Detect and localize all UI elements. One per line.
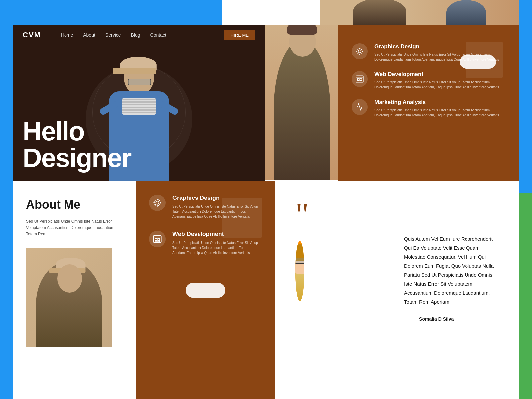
about-section: About Me Sed Ut Perspiciatis Unde Omnis … (13, 181, 136, 399)
right-service-item-marketing: Marketing Analysis Sed Ut Perspiciatis U… (352, 99, 506, 118)
testimonial-content: Quis Autem Vel Eum Iure Reprehenderit Qu… (295, 241, 499, 322)
left-blue-accent (0, 0, 13, 193)
service-item-web: Web Development Sed Ut Perspiciatis Unde… (149, 231, 262, 255)
nav-blog[interactable]: Blog (131, 32, 140, 38)
svg-rect-5 (155, 241, 157, 242)
right-service-desc-marketing: Sed Ut Perspiciatis Unde Omnis Iste Natu… (374, 108, 506, 118)
quote-mark: " (295, 201, 499, 228)
left-blue-accent-bottom (0, 180, 13, 399)
right-service-title-marketing: Marketing Analysis (374, 99, 506, 106)
svg-rect-11 (360, 79, 362, 80)
hero-panel: CVM Home About Service Blog Contact HIRE… (13, 25, 265, 181)
nav-service[interactable]: Service (105, 32, 121, 38)
about-subtitle: Sed Ut Perspiciatis Unde Omnis Iste Natu… (26, 218, 122, 238)
right-person-figure (274, 40, 330, 180)
service-info-web: Web Development Sed Ut Perspiciatis Unde… (172, 231, 262, 255)
right-person-image-top (265, 0, 338, 180)
right-marketing-icon (352, 99, 368, 115)
top-right-peek (222, 0, 519, 25)
testimonial-text-area: Quis Autem Vel Eum Iure Reprehenderit Qu… (404, 234, 499, 322)
svg-rect-4 (158, 239, 160, 241)
right-graphics-icon (352, 43, 368, 59)
graphics-icon (149, 195, 166, 211)
right-service-desc-web: Sed Ut Perspiciatis Unde Omnis Iste Natu… (374, 80, 506, 90)
svg-rect-3 (155, 239, 157, 241)
testimonial-quote-text: Quis Autem Vel Eum Iure Reprehenderit Qu… (404, 234, 499, 306)
nav-about[interactable]: About (83, 32, 95, 38)
top-blue-bar (13, 0, 222, 25)
services-section: Graphics Design Sed Ut Perspiciatis Unde… (136, 181, 275, 399)
testimonial-avatar (295, 241, 304, 301)
right-blue-accent (519, 0, 532, 193)
svg-point-0 (156, 201, 159, 204)
services-bg-pill (186, 283, 225, 298)
author-dash (404, 319, 414, 319)
right-green-accent (519, 180, 532, 399)
top-person-peek (320, 0, 519, 25)
testimonial-author-name: Somalia D Silva (419, 316, 454, 322)
navigation: CVM Home About Service Blog Contact HIRE… (13, 25, 265, 45)
site-logo: CVM (23, 31, 41, 39)
hire-me-button[interactable]: HIRE ME (224, 30, 255, 40)
about-title: About Me (26, 198, 122, 212)
svg-rect-2 (153, 236, 161, 243)
right-web-icon (352, 71, 368, 87)
svg-rect-6 (158, 241, 160, 242)
service-title-web: Web Development (172, 231, 262, 238)
nav-contact[interactable]: Contact (150, 32, 166, 38)
hero-text: Hello Designer (23, 118, 255, 171)
testimonial-section: " Quis Autem Vel Eum Iure Reprehenderit … (275, 181, 519, 399)
hero-title: Hello Designer (23, 118, 255, 171)
right-services-pill (460, 55, 496, 69)
testimonial-author-line: Somalia D Silva (404, 316, 499, 322)
service-info-graphics: Graphics Design Sed Ut Perspiciatis Unde… (172, 195, 262, 219)
service-desc-web: Sed Ut Perspiciatis Unde Omnis Iste Natu… (172, 240, 262, 255)
hero-title-part1: Hello (23, 116, 84, 146)
svg-rect-10 (358, 79, 359, 80)
service-desc-graphics: Sed Ut Perspiciatis Unde Omnis Iste Natu… (172, 204, 262, 219)
svg-rect-9 (356, 76, 363, 82)
nav-links: Home About Service Blog Contact (61, 32, 224, 38)
about-person-image (26, 248, 112, 347)
right-service-info-marketing: Marketing Analysis Sed Ut Perspiciatis U… (374, 99, 506, 118)
main-wrapper: CVM Home About Service Blog Contact HIRE… (13, 0, 519, 399)
nav-home[interactable]: Home (61, 32, 73, 38)
right-services-panel: Graphics Design Sed Ut Perspiciatis Unde… (338, 25, 519, 181)
service-title-graphics: Graphics Design (172, 195, 262, 201)
service-item-graphics: Graphics Design Sed Ut Perspiciatis Unde… (149, 195, 262, 219)
svg-point-7 (358, 50, 361, 53)
hero-title-part2: Designer (23, 143, 131, 173)
web-icon (149, 231, 166, 247)
